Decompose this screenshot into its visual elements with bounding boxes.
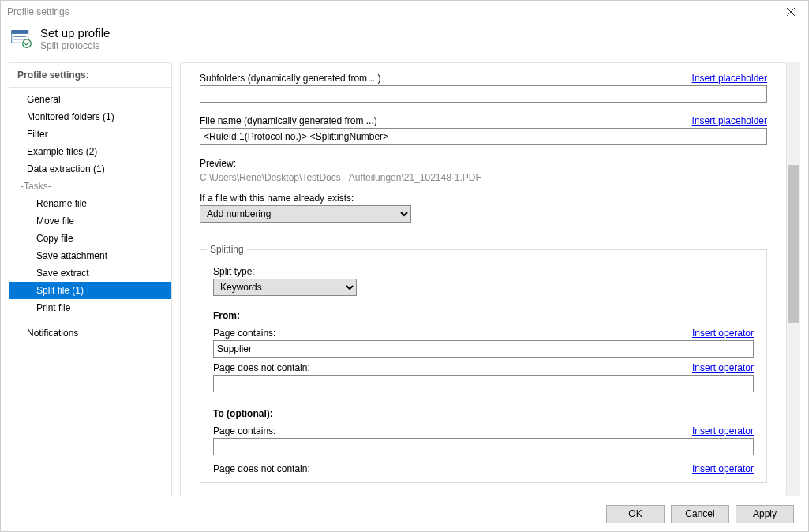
sidebar-task-save-attachment[interactable]: Save attachment — [9, 247, 171, 264]
sidebar-item-data-extraction[interactable]: Data extraction (1) — [9, 160, 171, 178]
dialog-header: Set up profile Split protocols — [1, 23, 808, 62]
filename-insert-placeholder-link[interactable]: Insert placeholder — [692, 115, 767, 126]
filename-input[interactable] — [200, 128, 767, 145]
splitting-legend: Splitting — [207, 244, 247, 255]
preview-label: Preview: — [200, 153, 767, 170]
to-page-not-contains-label: Page does not contain: — [213, 459, 310, 474]
cancel-button[interactable]: Cancel — [671, 505, 729, 523]
dialog-footer: OK Cancel Apply — [1, 496, 808, 531]
subfolders-input[interactable] — [200, 85, 767, 103]
sidebar-item-filter[interactable]: Filter — [9, 126, 171, 143]
splitting-groupbox: Splitting Split type: Keywords From: Pag… — [200, 249, 767, 483]
to-contains-insert-operator-link[interactable]: Insert operator — [692, 425, 754, 436]
sidebar: Profile settings: General Monitored fold… — [9, 62, 172, 496]
main-panel: Subfolders (dynamically generated from .… — [180, 62, 787, 496]
from-page-contains-input[interactable] — [213, 340, 754, 358]
subfolders-insert-placeholder-link[interactable]: Insert placeholder — [692, 73, 767, 84]
split-type-label: Split type: — [213, 261, 754, 279]
from-not-contains-insert-operator-link[interactable]: Insert operator — [692, 362, 754, 373]
from-page-contains-label: Page contains: — [213, 323, 275, 340]
apply-button[interactable]: Apply — [736, 505, 794, 523]
sidebar-task-save-extract[interactable]: Save extract — [9, 264, 171, 282]
to-label: To (optional): — [213, 403, 754, 421]
preview-path: C:\Users\Rene\Desktop\TestDocs - Aufteil… — [200, 170, 767, 188]
sidebar-task-split-file[interactable]: Split file (1) — [9, 282, 171, 299]
exists-select[interactable]: Add numbering — [200, 205, 411, 223]
sidebar-title: Profile settings: — [9, 63, 171, 88]
header-subtitle: Split protocols — [40, 40, 110, 51]
titlebar: Profile settings — [1, 1, 808, 23]
close-button[interactable] — [773, 1, 808, 23]
sidebar-item-monitored-folders[interactable]: Monitored folders (1) — [9, 108, 171, 126]
sidebar-task-print-file[interactable]: Print file — [9, 299, 171, 317]
to-not-contains-insert-operator-link[interactable]: Insert operator — [692, 463, 754, 474]
subfolders-label: Subfolders (dynamically generated from .… — [200, 68, 380, 85]
to-page-contains-label: Page contains: — [213, 421, 275, 438]
close-icon — [787, 8, 795, 16]
sidebar-task-rename-file[interactable]: Rename file — [9, 195, 171, 212]
split-type-select[interactable]: Keywords — [213, 279, 357, 296]
to-page-contains-input[interactable] — [213, 438, 754, 455]
filename-label: File name (dynamically generated from ..… — [200, 111, 377, 128]
exists-label: If a file with this name already exists: — [200, 188, 767, 205]
sidebar-group-tasks: -Tasks- — [9, 178, 171, 195]
scrollbar-thumb[interactable] — [788, 165, 799, 323]
from-label: From: — [213, 305, 754, 323]
sidebar-item-general[interactable]: General — [9, 91, 171, 108]
ok-button[interactable]: OK — [606, 505, 665, 523]
from-contains-insert-operator-link[interactable]: Insert operator — [692, 328, 754, 339]
profile-icon — [10, 28, 32, 50]
sidebar-task-move-file[interactable]: Move file — [9, 212, 171, 230]
dialog-window: Profile settings Set up profile Split pr… — [0, 0, 809, 532]
main-area: Subfolders (dynamically generated from .… — [180, 62, 800, 496]
header-title: Set up profile — [40, 26, 110, 40]
from-page-not-contains-input[interactable] — [213, 375, 754, 392]
sidebar-task-copy-file[interactable]: Copy file — [9, 230, 171, 247]
sidebar-item-notifications[interactable]: Notifications — [9, 324, 171, 342]
from-page-not-contains-label: Page does not contain: — [213, 358, 310, 375]
dialog-body: Profile settings: General Monitored fold… — [1, 62, 808, 496]
svg-rect-3 — [12, 31, 28, 34]
sidebar-item-example-files[interactable]: Example files (2) — [9, 143, 171, 160]
window-title: Profile settings — [7, 6, 69, 17]
main-scrollbar[interactable] — [787, 62, 800, 496]
